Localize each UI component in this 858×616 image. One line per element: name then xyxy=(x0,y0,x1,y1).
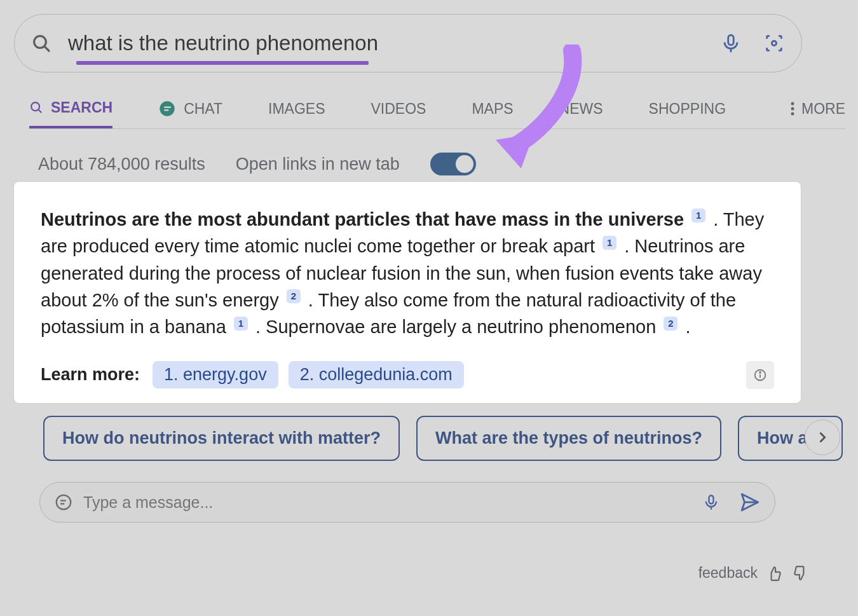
svg-point-11 xyxy=(791,107,794,111)
svg-rect-16 xyxy=(709,496,714,504)
tab-videos[interactable]: VIDEOS xyxy=(371,89,426,128)
results-count: About 784,000 results xyxy=(38,154,205,174)
search-icon xyxy=(31,33,51,53)
tab-images[interactable]: IMAGES xyxy=(268,89,325,128)
suggestion-row: How do neutrinos interact with matter? W… xyxy=(43,416,858,461)
source-chip[interactable]: 2. collegedunia.com xyxy=(289,361,464,388)
svg-point-7 xyxy=(160,101,174,116)
source-chip[interactable]: 1. energy.gov xyxy=(153,361,278,388)
tab-news[interactable]: NEWS xyxy=(559,89,603,128)
tab-label: MAPS xyxy=(472,100,513,118)
chat-input[interactable] xyxy=(73,493,702,512)
open-links-toggle[interactable] xyxy=(430,153,476,175)
microphone-icon[interactable] xyxy=(720,32,742,54)
tab-shopping[interactable]: SHOPPING xyxy=(649,89,726,128)
camera-search-icon[interactable] xyxy=(763,32,785,54)
tab-more[interactable]: MORE xyxy=(790,89,845,128)
citation-badge[interactable]: 2 xyxy=(287,289,301,303)
tab-label: IMAGES xyxy=(268,100,325,118)
tab-label: NEWS xyxy=(559,100,603,118)
answer-segment: . xyxy=(685,317,690,337)
tab-label: VIDEOS xyxy=(371,100,426,118)
tab-label: CHAT xyxy=(184,100,222,118)
tab-chat[interactable]: CHAT xyxy=(158,89,222,128)
search-input[interactable] xyxy=(51,31,720,55)
suggestions-next-button[interactable] xyxy=(805,420,840,455)
chat-icon xyxy=(158,100,176,118)
search-query-underline xyxy=(76,61,369,65)
svg-point-13 xyxy=(57,495,71,510)
tab-label: SHOPPING xyxy=(649,100,726,118)
citation-badge[interactable]: 1 xyxy=(603,236,616,250)
svg-point-5 xyxy=(31,102,39,111)
tab-label: MORE xyxy=(801,100,845,118)
chat-bubble-icon xyxy=(54,493,73,512)
svg-point-22 xyxy=(759,372,761,373)
thumbs-down-icon[interactable] xyxy=(792,565,808,582)
info-icon[interactable] xyxy=(746,361,774,389)
answer-lead: Neutrinos are the most abundant particle… xyxy=(41,209,684,229)
tab-label: SEARCH xyxy=(51,99,112,116)
citation-badge[interactable]: 1 xyxy=(691,209,705,222)
feedback-label[interactable]: feedback xyxy=(698,565,758,582)
svg-rect-8 xyxy=(164,107,171,108)
svg-point-10 xyxy=(791,102,794,106)
svg-rect-9 xyxy=(164,109,168,111)
send-icon[interactable] xyxy=(739,491,761,513)
microphone-icon[interactable] xyxy=(702,493,720,511)
svg-line-6 xyxy=(39,110,42,113)
learn-more-row: Learn more: 1. energy.gov 2. collegeduni… xyxy=(41,361,774,389)
answer-segment: . Supernovae are largely a neutrino phen… xyxy=(255,317,656,337)
suggestion-pill[interactable]: How do neutrinos interact with matter? xyxy=(43,416,400,461)
tab-maps[interactable]: MAPS xyxy=(472,89,513,128)
svg-point-4 xyxy=(772,41,776,45)
more-dots-icon xyxy=(790,101,795,116)
tab-search[interactable]: SEARCH xyxy=(29,89,112,128)
answer-text: Neutrinos are the most abundant particle… xyxy=(41,206,774,341)
suggestion-pill[interactable]: What are the types of neutrinos? xyxy=(416,416,721,461)
open-links-label: Open links in new tab xyxy=(236,154,400,174)
citation-badge[interactable]: 2 xyxy=(664,317,678,331)
results-summary: About 784,000 results Open links in new … xyxy=(38,153,476,175)
search-tabs: SEARCH CHAT IMAGES VIDEOS MAPS NEWS SHOP… xyxy=(29,89,845,129)
thumbs-up-icon[interactable] xyxy=(766,565,783,582)
citation-badge[interactable]: 1 xyxy=(234,317,248,331)
svg-line-1 xyxy=(44,46,49,51)
ai-answer-card: Neutrinos are the most abundant particle… xyxy=(14,182,801,403)
chat-message-bar[interactable] xyxy=(39,482,775,523)
learn-more-label: Learn more: xyxy=(41,365,140,385)
svg-marker-23 xyxy=(496,133,534,168)
svg-rect-2 xyxy=(728,35,734,45)
feedback-row: feedback xyxy=(698,565,808,582)
svg-point-12 xyxy=(791,113,794,116)
